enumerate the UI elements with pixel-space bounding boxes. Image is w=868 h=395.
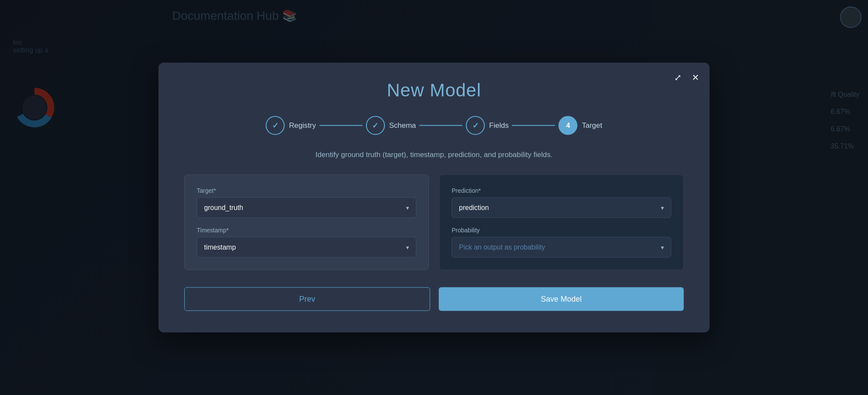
new-model-modal: ⤢ ✕ New Model ✓ Registry ✓ Schema ✓ Fiel… xyxy=(158,63,710,333)
step-circle-fields: ✓ xyxy=(466,116,485,135)
step-circle-schema: ✓ xyxy=(366,116,385,135)
step-schema: ✓ Schema xyxy=(366,116,416,135)
modal-title: New Model xyxy=(184,80,684,101)
prediction-label: Prediction* xyxy=(452,187,671,194)
target-select-value: ground_truth xyxy=(204,204,243,212)
target-chevron-icon: ▾ xyxy=(406,204,409,211)
timestamp-chevron-icon: ▾ xyxy=(406,244,409,251)
timestamp-select[interactable]: timestamp ▾ xyxy=(197,237,416,258)
check-icon-schema: ✓ xyxy=(372,121,378,130)
probability-label: Probability xyxy=(452,227,671,234)
form-area: Target* ground_truth ▾ Timestamp* timest… xyxy=(184,175,684,270)
step-label-schema: Schema xyxy=(389,121,416,130)
modal-description: Identify ground truth (target), timestam… xyxy=(184,151,684,159)
timestamp-field-group: Timestamp* timestamp ▾ xyxy=(197,227,416,258)
prediction-select[interactable]: prediction ▾ xyxy=(452,198,671,218)
step-connector-3 xyxy=(512,125,555,126)
step-target: 4 Target xyxy=(558,116,602,135)
modal-header-icons: ⤢ ✕ xyxy=(673,71,701,83)
step-label-target: Target xyxy=(582,121,602,130)
probability-chevron-icon: ▾ xyxy=(661,244,664,251)
step-number-target: 4 xyxy=(566,122,570,130)
left-form-panel: Target* ground_truth ▾ Timestamp* timest… xyxy=(184,175,429,270)
step-connector-1 xyxy=(319,125,363,126)
prediction-chevron-icon: ▾ xyxy=(661,204,664,211)
step-label-registry: Registry xyxy=(289,121,316,130)
target-label: Target* xyxy=(197,187,416,194)
step-circle-target: 4 xyxy=(558,116,577,135)
prev-button[interactable]: Prev xyxy=(184,287,430,311)
step-label-fields: Fields xyxy=(489,121,508,130)
step-fields: ✓ Fields xyxy=(466,116,508,135)
check-icon-registry: ✓ xyxy=(272,121,279,130)
probability-select[interactable]: Pick an output as probability ▾ xyxy=(452,237,671,258)
timestamp-select-value: timestamp xyxy=(204,244,236,251)
prediction-field-group: Prediction* prediction ▾ xyxy=(452,187,671,218)
step-connector-2 xyxy=(419,125,462,126)
step-circle-registry: ✓ xyxy=(266,116,285,135)
probability-field-group: Probability Pick an output as probabilit… xyxy=(452,227,671,258)
probability-select-placeholder: Pick an output as probability xyxy=(459,244,545,251)
timestamp-label: Timestamp* xyxy=(197,227,416,234)
right-form-panel: Prediction* prediction ▾ Probability Pic… xyxy=(439,175,684,270)
button-row: Prev Save Model xyxy=(184,287,684,311)
step-registry: ✓ Registry xyxy=(266,116,316,135)
stepper: ✓ Registry ✓ Schema ✓ Fields 4 Target xyxy=(184,116,684,135)
check-icon-fields: ✓ xyxy=(472,121,479,130)
expand-button[interactable]: ⤢ xyxy=(673,71,683,83)
save-model-button[interactable]: Save Model xyxy=(439,287,684,311)
target-select[interactable]: ground_truth ▾ xyxy=(197,198,416,218)
close-button[interactable]: ✕ xyxy=(690,71,701,83)
prediction-select-value: prediction xyxy=(459,204,489,212)
target-field-group: Target* ground_truth ▾ xyxy=(197,187,416,218)
